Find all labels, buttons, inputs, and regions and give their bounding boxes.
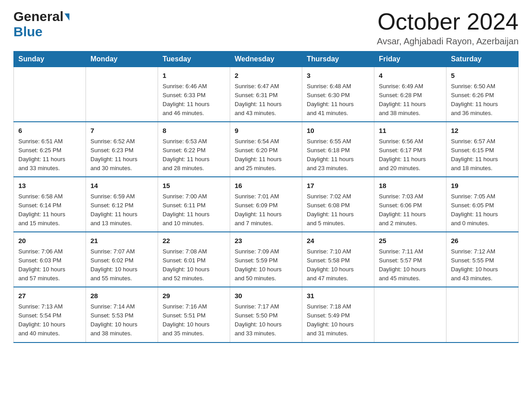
day-number: 2: [235, 71, 297, 81]
header-wednesday: Wednesday: [230, 51, 302, 67]
day-info: Sunrise: 7:16 AMSunset: 5:51 PMDaylight:…: [163, 302, 225, 338]
day-info: Sunrise: 6:50 AMSunset: 6:26 PMDaylight:…: [451, 82, 514, 118]
week-row-1: 1Sunrise: 6:46 AMSunset: 6:33 PMDaylight…: [14, 67, 519, 122]
logo: General Blue: [13, 9, 69, 39]
calendar-cell: 21Sunrise: 7:07 AMSunset: 6:02 PMDayligh…: [86, 232, 158, 287]
calendar-cell: 5Sunrise: 6:50 AMSunset: 6:26 PMDaylight…: [446, 67, 519, 122]
calendar-cell: 11Sunrise: 6:56 AMSunset: 6:17 PMDayligh…: [374, 122, 446, 177]
day-number: 9: [235, 126, 297, 136]
day-info: Sunrise: 6:51 AMSunset: 6:25 PMDaylight:…: [18, 137, 81, 173]
day-info: Sunrise: 7:02 AMSunset: 6:08 PMDaylight:…: [307, 192, 369, 228]
calendar-cell: 3Sunrise: 6:48 AMSunset: 6:30 PMDaylight…: [302, 67, 374, 122]
calendar-cell: 2Sunrise: 6:47 AMSunset: 6:31 PMDaylight…: [230, 67, 302, 122]
day-number: 15: [163, 181, 225, 191]
calendar-cell: 8Sunrise: 6:53 AMSunset: 6:22 PMDaylight…: [158, 122, 230, 177]
day-number: 24: [307, 236, 369, 246]
logo-blue-text: Blue: [13, 24, 43, 39]
day-info: Sunrise: 6:53 AMSunset: 6:22 PMDaylight:…: [163, 137, 225, 173]
calendar-cell: 10Sunrise: 6:55 AMSunset: 6:18 PMDayligh…: [302, 122, 374, 177]
day-number: 19: [451, 181, 514, 191]
day-number: 8: [163, 126, 225, 136]
day-info: Sunrise: 6:58 AMSunset: 6:14 PMDaylight:…: [18, 192, 81, 228]
calendar-cell: 6Sunrise: 6:51 AMSunset: 6:25 PMDaylight…: [14, 122, 86, 177]
week-row-2: 6Sunrise: 6:51 AMSunset: 6:25 PMDaylight…: [14, 122, 519, 177]
day-number: 14: [90, 181, 153, 191]
day-number: 26: [451, 236, 514, 246]
day-number: 6: [18, 126, 81, 136]
calendar-cell: [374, 287, 446, 342]
day-info: Sunrise: 7:06 AMSunset: 6:03 PMDaylight:…: [18, 247, 81, 283]
header-saturday: Saturday: [446, 51, 519, 67]
day-info: Sunrise: 6:49 AMSunset: 6:28 PMDaylight:…: [379, 82, 442, 118]
calendar-cell: 13Sunrise: 6:58 AMSunset: 6:14 PMDayligh…: [14, 177, 86, 232]
logo-general-text: General: [13, 9, 64, 24]
day-number: 1: [163, 71, 225, 81]
calendar-cell: 27Sunrise: 7:13 AMSunset: 5:54 PMDayligh…: [14, 287, 86, 342]
calendar-cell: 30Sunrise: 7:17 AMSunset: 5:50 PMDayligh…: [230, 287, 302, 342]
calendar-cell: 29Sunrise: 7:16 AMSunset: 5:51 PMDayligh…: [158, 287, 230, 342]
day-info: Sunrise: 7:14 AMSunset: 5:53 PMDaylight:…: [90, 302, 153, 338]
day-number: 31: [307, 291, 369, 301]
calendar-cell: [446, 287, 519, 342]
day-number: 5: [451, 71, 514, 81]
day-info: Sunrise: 7:09 AMSunset: 5:59 PMDaylight:…: [235, 247, 297, 283]
day-info: Sunrise: 7:13 AMSunset: 5:54 PMDaylight:…: [18, 302, 81, 338]
day-info: Sunrise: 6:48 AMSunset: 6:30 PMDaylight:…: [307, 82, 369, 118]
day-info: Sunrise: 6:59 AMSunset: 6:12 PMDaylight:…: [90, 192, 153, 228]
calendar-cell: 15Sunrise: 7:00 AMSunset: 6:11 PMDayligh…: [158, 177, 230, 232]
day-info: Sunrise: 6:47 AMSunset: 6:31 PMDaylight:…: [235, 82, 297, 118]
day-number: 22: [163, 236, 225, 246]
day-number: 27: [18, 291, 81, 301]
calendar-cell: 18Sunrise: 7:03 AMSunset: 6:06 PMDayligh…: [374, 177, 446, 232]
day-number: 16: [235, 181, 297, 191]
header-monday: Monday: [86, 51, 158, 67]
calendar-cell: [14, 67, 86, 122]
calendar-cell: [86, 67, 158, 122]
calendar-header: SundayMondayTuesdayWednesdayThursdayFrid…: [14, 51, 519, 67]
title-section: October 2024 Avsar, Aghjabadi Rayon, Aze…: [377, 9, 519, 47]
day-number: 17: [307, 181, 369, 191]
week-row-4: 20Sunrise: 7:06 AMSunset: 6:03 PMDayligh…: [14, 232, 519, 287]
day-info: Sunrise: 7:12 AMSunset: 5:55 PMDaylight:…: [451, 247, 514, 283]
location-subtitle: Avsar, Aghjabadi Rayon, Azerbaijan: [377, 36, 519, 47]
day-info: Sunrise: 7:08 AMSunset: 6:01 PMDaylight:…: [163, 247, 225, 283]
calendar-cell: 16Sunrise: 7:01 AMSunset: 6:09 PMDayligh…: [230, 177, 302, 232]
calendar-cell: 22Sunrise: 7:08 AMSunset: 6:01 PMDayligh…: [158, 232, 230, 287]
calendar-cell: 20Sunrise: 7:06 AMSunset: 6:03 PMDayligh…: [14, 232, 86, 287]
day-number: 10: [307, 126, 369, 136]
day-number: 28: [90, 291, 153, 301]
calendar-cell: 23Sunrise: 7:09 AMSunset: 5:59 PMDayligh…: [230, 232, 302, 287]
day-number: 23: [235, 236, 297, 246]
logo-arrow-icon: [64, 13, 69, 21]
page-header: General Blue October 2024 Avsar, Aghjaba…: [13, 9, 519, 47]
calendar-cell: 1Sunrise: 6:46 AMSunset: 6:33 PMDaylight…: [158, 67, 230, 122]
day-number: 11: [379, 126, 442, 136]
header-sunday: Sunday: [14, 51, 86, 67]
day-info: Sunrise: 7:00 AMSunset: 6:11 PMDaylight:…: [163, 192, 225, 228]
calendar-cell: 7Sunrise: 6:52 AMSunset: 6:23 PMDaylight…: [86, 122, 158, 177]
day-number: 20: [18, 236, 81, 246]
day-info: Sunrise: 6:55 AMSunset: 6:18 PMDaylight:…: [307, 137, 369, 173]
header-tuesday: Tuesday: [158, 51, 230, 67]
calendar-cell: 12Sunrise: 6:57 AMSunset: 6:15 PMDayligh…: [446, 122, 519, 177]
header-friday: Friday: [374, 51, 446, 67]
day-info: Sunrise: 6:56 AMSunset: 6:17 PMDaylight:…: [379, 137, 442, 173]
day-number: 12: [451, 126, 514, 136]
day-info: Sunrise: 7:07 AMSunset: 6:02 PMDaylight:…: [90, 247, 153, 283]
calendar-cell: 17Sunrise: 7:02 AMSunset: 6:08 PMDayligh…: [302, 177, 374, 232]
day-info: Sunrise: 7:01 AMSunset: 6:09 PMDaylight:…: [235, 192, 297, 228]
day-number: 30: [235, 291, 297, 301]
calendar-body: 1Sunrise: 6:46 AMSunset: 6:33 PMDaylight…: [14, 67, 519, 342]
day-number: 13: [18, 181, 81, 191]
day-info: Sunrise: 7:10 AMSunset: 5:58 PMDaylight:…: [307, 247, 369, 283]
day-number: 3: [307, 71, 369, 81]
day-number: 21: [90, 236, 153, 246]
calendar-cell: 4Sunrise: 6:49 AMSunset: 6:28 PMDaylight…: [374, 67, 446, 122]
day-info: Sunrise: 7:17 AMSunset: 5:50 PMDaylight:…: [235, 302, 297, 338]
week-row-5: 27Sunrise: 7:13 AMSunset: 5:54 PMDayligh…: [14, 287, 519, 342]
day-number: 18: [379, 181, 442, 191]
day-info: Sunrise: 6:54 AMSunset: 6:20 PMDaylight:…: [235, 137, 297, 173]
day-info: Sunrise: 7:03 AMSunset: 6:06 PMDaylight:…: [379, 192, 442, 228]
day-info: Sunrise: 6:57 AMSunset: 6:15 PMDaylight:…: [451, 137, 514, 173]
day-info: Sunrise: 6:52 AMSunset: 6:23 PMDaylight:…: [90, 137, 153, 173]
